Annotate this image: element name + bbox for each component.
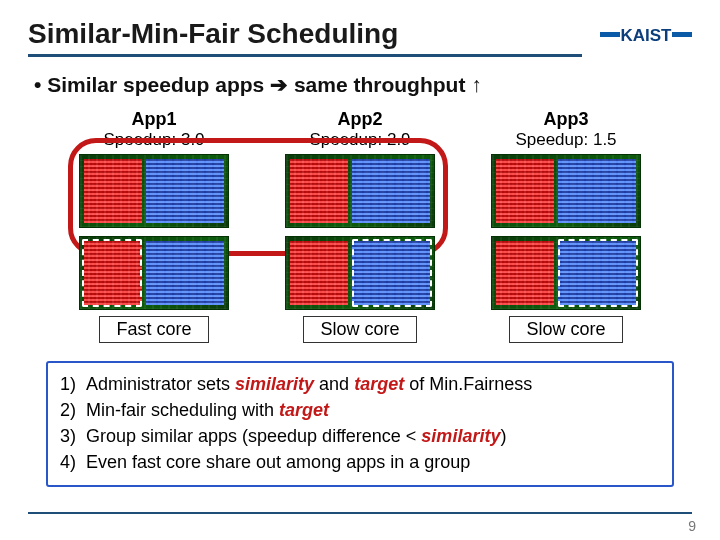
step-number: 4) [60, 449, 86, 475]
slide: Similar-Min-Fair Scheduling KAIST • Simi… [0, 0, 720, 487]
step-item: 1) Administrator sets similarity and tar… [60, 371, 660, 397]
apps-row: App1 Speedup: 3.0 App2 Speedup: 2.9 App3… [28, 109, 692, 228]
step-text: Min-fair scheduling with target [86, 397, 329, 423]
step-item: 2) Min-fair scheduling with target [60, 397, 660, 423]
svg-rect-1 [672, 32, 692, 37]
step-text: Even fast core share out among apps in a… [86, 449, 470, 475]
app-column: App1 Speedup: 3.0 [69, 109, 239, 228]
core-column: Slow core [481, 236, 651, 343]
core-label: Slow core [509, 316, 622, 343]
bullet-text: Similar speedup apps ➔ same throughput ↑ [47, 73, 482, 96]
core-chip-diagram [491, 236, 641, 310]
app-chip-diagram [79, 154, 229, 228]
assigned-core-outline [352, 239, 432, 307]
core-label: Slow core [303, 316, 416, 343]
app-name: App1 [132, 109, 177, 130]
step-text: Group similar apps (speedup difference <… [86, 423, 506, 449]
step-number: 2) [60, 397, 86, 423]
core-chip-diagram [79, 236, 229, 310]
logo-text: KAIST [621, 26, 673, 45]
app-speedup: Speedup: 3.0 [103, 130, 204, 150]
main-bullet: • Similar speedup apps ➔ same throughput… [34, 73, 692, 97]
step-number: 1) [60, 371, 86, 397]
kaist-logo: KAIST [600, 22, 692, 52]
assigned-core-outline [558, 239, 638, 307]
steps-box: 1) Administrator sets similarity and tar… [46, 361, 674, 487]
title-row: Similar-Min-Fair Scheduling KAIST [28, 18, 692, 71]
cores-row: Fast core Slow core Slow core [28, 236, 692, 343]
slide-title: Similar-Min-Fair Scheduling [28, 18, 582, 57]
app-chip-diagram [491, 154, 641, 228]
step-text: Administrator sets similarity and target… [86, 371, 532, 397]
assigned-core-outline [82, 239, 142, 307]
step-item: 4) Even fast core share out among apps i… [60, 449, 660, 475]
app-column: App2 Speedup: 2.9 [275, 109, 445, 228]
page-number: 9 [688, 518, 696, 534]
app-name: App3 [544, 109, 589, 130]
svg-rect-0 [600, 32, 620, 37]
core-column: Slow core [275, 236, 445, 343]
step-item: 3) Group similar apps (speedup differenc… [60, 423, 660, 449]
step-number: 3) [60, 423, 86, 449]
app-speedup: Speedup: 2.9 [309, 130, 410, 150]
app-column: App3 Speedup: 1.5 [481, 109, 651, 228]
app-chip-diagram [285, 154, 435, 228]
footer-divider [28, 512, 692, 514]
core-chip-diagram [285, 236, 435, 310]
app-name: App2 [338, 109, 383, 130]
core-column: Fast core [69, 236, 239, 343]
app-speedup: Speedup: 1.5 [515, 130, 616, 150]
core-label: Fast core [99, 316, 208, 343]
